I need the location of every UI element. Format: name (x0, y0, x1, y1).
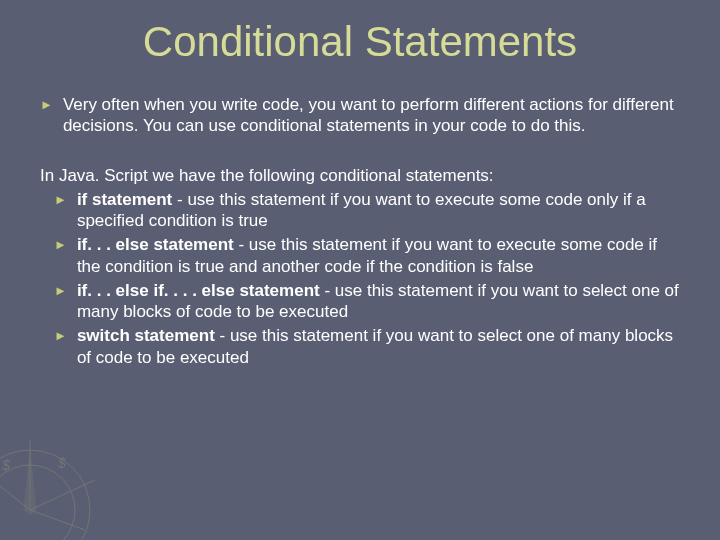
svg-line-4 (30, 510, 85, 530)
svg-marker-6 (24, 450, 36, 515)
svg-text:$: $ (1, 457, 10, 473)
list-item-text: if. . . else statement - use this statem… (77, 234, 684, 278)
intro-text: Very often when you write code, you want… (63, 94, 684, 137)
list-heading: In Java. Script we have the following co… (40, 165, 684, 187)
triangle-bullet-icon: ► (54, 283, 67, 298)
svg-line-3 (30, 480, 95, 510)
triangle-bullet-icon: ► (54, 328, 67, 343)
list-item: ► if. . . else statement - use this stat… (40, 234, 684, 278)
list-item: ► if statement - use this statement if y… (40, 189, 684, 233)
statement-name: if. . . else if. . . . else statement (77, 281, 320, 300)
list-item-text: if statement - use this statement if you… (77, 189, 684, 233)
svg-line-5 (0, 470, 30, 510)
svg-point-0 (0, 450, 90, 540)
list-item: ► if. . . else if. . . . else statement … (40, 280, 684, 324)
list-item-text: if. . . else if. . . . else statement - … (77, 280, 684, 324)
statement-name: switch statement (77, 326, 215, 345)
triangle-bullet-icon: ► (40, 97, 53, 112)
svg-point-1 (0, 465, 75, 540)
triangle-bullet-icon: ► (54, 237, 67, 252)
slide-content: ► Very often when you write code, you wa… (30, 94, 690, 369)
list-item-text: switch statement - use this statement if… (77, 325, 684, 369)
intro-bullet: ► Very often when you write code, you wa… (40, 94, 684, 137)
triangle-bullet-icon: ► (54, 192, 67, 207)
statement-name: if statement (77, 190, 172, 209)
compass-decoration-icon: $ $ (0, 420, 150, 540)
statement-name: if. . . else statement (77, 235, 234, 254)
statement-list: ► if statement - use this statement if y… (40, 189, 684, 369)
page-title: Conditional Statements (30, 18, 690, 66)
list-item: ► switch statement - use this statement … (40, 325, 684, 369)
svg-text:$: $ (57, 455, 66, 471)
slide: Conditional Statements ► Very often when… (0, 0, 720, 540)
